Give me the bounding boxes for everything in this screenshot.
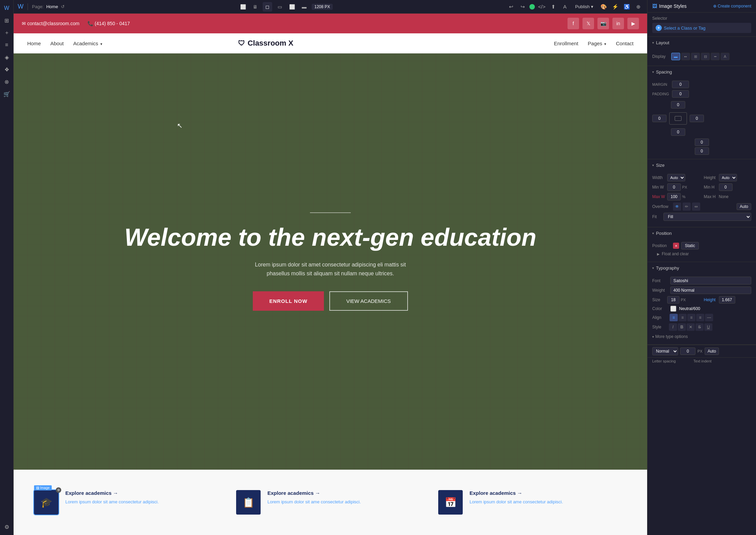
position-section-header[interactable]: ▾ Position (647, 227, 756, 239)
typo-size-input[interactable] (667, 296, 679, 304)
spacing-bottom-input[interactable] (671, 128, 685, 136)
create-component-btn[interactable]: ⊕ Create component (713, 4, 751, 9)
nav-link-contact[interactable]: Contact (616, 40, 634, 46)
style-strikethrough-btn[interactable]: S (695, 323, 704, 331)
letter-spacing-input[interactable] (680, 347, 695, 355)
size-section-header[interactable]: ▾ Size (647, 159, 756, 171)
feature-icon-2[interactable]: 📋 (236, 490, 261, 515)
align-right-btn[interactable]: ≡ (687, 314, 695, 321)
margin-input[interactable] (672, 81, 689, 88)
height-select[interactable]: AutoPX% (719, 174, 737, 181)
device-btn-mobile[interactable]: ▬ (299, 2, 309, 12)
weight-value[interactable]: 400 Normal (670, 287, 751, 294)
spacing-top-input[interactable] (671, 101, 685, 109)
page-edit-icon[interactable]: ↺ (61, 4, 65, 9)
toolbar-divider (28, 3, 28, 10)
sidebar-settings-icon[interactable]: ⚙ (1, 521, 12, 532)
social-instagram[interactable]: 📷 (597, 18, 609, 29)
sidebar-ecom-icon[interactable]: 🛒 (1, 88, 12, 99)
social-linkedin[interactable]: in (612, 18, 624, 29)
spacing-center-bottom[interactable] (695, 147, 709, 155)
fit-select[interactable]: FillContainCoverNone (663, 213, 751, 221)
sidebar-cms-icon[interactable]: ⊗ (1, 76, 12, 87)
width-select[interactable]: AutoPX% (667, 174, 685, 181)
font-value[interactable]: Satoshi (670, 277, 751, 285)
style-clear-btn[interactable]: ✕ (687, 323, 695, 331)
nav-link-academics[interactable]: Academics ▾ (73, 40, 102, 46)
font-btn[interactable]: A (560, 2, 570, 12)
device-btn-mobile-land[interactable]: ⬜ (287, 2, 297, 12)
overflow-scroll-btn[interactable]: ⇔ (692, 202, 700, 211)
social-youtube[interactable]: ▶ (627, 18, 639, 29)
align-left-btn[interactable]: ≡ (670, 314, 678, 321)
display-block-btn[interactable]: ▬ (671, 53, 680, 60)
style-underline-btn[interactable]: U (704, 323, 712, 331)
feature-icon-3[interactable]: 📅 (438, 490, 463, 515)
topbar-email: ✉ contact@classroom.com (22, 21, 79, 26)
overflow-auto[interactable]: Auto (737, 203, 751, 210)
overflow-visible-btn[interactable]: 👁 (673, 202, 681, 211)
align-none-btn[interactable]: — (705, 314, 713, 321)
typography-section-header[interactable]: ▾ Typography (647, 262, 756, 274)
feature-icon-1[interactable]: 🖼 Image ⚙ 🎓 (34, 490, 59, 515)
device-btn-tablet[interactable]: ▭ (275, 2, 284, 12)
normal-select[interactable]: NormalItalicOblique (652, 347, 678, 355)
display-text-btn[interactable]: A (721, 53, 729, 60)
style-italic-btn[interactable]: I (669, 323, 677, 331)
social-twitter[interactable]: 𝕏 (582, 18, 594, 29)
spacing-right-input[interactable] (690, 115, 704, 122)
padding-input[interactable] (672, 90, 689, 98)
layout-section-header[interactable]: ▾ Layout (647, 37, 756, 49)
position-x-btn[interactable]: ✕ (673, 243, 679, 249)
sidebar-pages-icon[interactable]: ⊞ (1, 15, 12, 26)
position-static[interactable]: Static (681, 242, 699, 249)
sidebar-add-icon[interactable]: ＋ (1, 27, 12, 38)
publish-button[interactable]: Publish ▾ (572, 3, 597, 11)
overflow-hidden-btn[interactable]: ✏ (683, 202, 691, 211)
align-center-btn[interactable]: ≡ (678, 314, 687, 321)
enroll-button[interactable]: ENROLL NOW (253, 291, 324, 311)
interactions-btn[interactable]: ⚡ (610, 2, 620, 12)
style-bold-btn[interactable]: B (678, 323, 686, 331)
max-w-input[interactable] (667, 193, 681, 200)
sidebar-nav-icon[interactable]: W (1, 3, 12, 14)
display-flex-btn[interactable]: ⊞ (691, 53, 700, 60)
size-content: Width AutoPX% Height AutoPX% Min W (647, 171, 756, 227)
sidebar-layers-icon[interactable]: ≡ (1, 39, 12, 50)
more-type-options[interactable]: ▾ More type options (652, 333, 751, 340)
redo-btn[interactable]: ↪ (518, 2, 527, 12)
nav-link-pages[interactable]: Pages ▾ (588, 40, 607, 46)
align-justify-btn[interactable]: ≡ (696, 314, 704, 321)
device-btn-desktop[interactable]: 🖥 (250, 2, 260, 12)
export-btn[interactable]: ⬆ (548, 2, 558, 12)
typo-height-input[interactable] (719, 296, 735, 304)
undo-btn[interactable]: ↩ (506, 2, 516, 12)
zoom-btn[interactable]: ⊕ (634, 2, 643, 12)
device-btn-desktop-small[interactable]: ◻ (263, 2, 272, 12)
panel-header-title: Image Styles (659, 3, 687, 9)
min-w-input[interactable] (667, 183, 681, 191)
styles-btn[interactable]: 🎨 (599, 2, 608, 12)
accessibility-btn[interactable]: ♿ (622, 2, 631, 12)
color-swatch[interactable] (670, 306, 676, 312)
view-academics-button[interactable]: VIEW ACADEMICS (329, 291, 408, 311)
social-facebook[interactable]: f (568, 18, 579, 29)
display-grid-btn[interactable]: ⊟ (701, 53, 710, 60)
device-btn-desktop-xl[interactable]: ⬜ (238, 2, 248, 12)
display-inline-btn[interactable]: ━ (711, 53, 720, 60)
main-area: W Page: Home ↺ ⬜ 🖥 ◻ ▭ ⬜ ▬ 1208 PX ↩ ↪ <… (14, 0, 647, 535)
sidebar-assets-icon[interactable]: ◈ (1, 52, 12, 63)
spacing-center-top[interactable] (695, 139, 709, 146)
text-auto[interactable]: Auto (705, 347, 719, 355)
selector-button[interactable]: + Select a Class or Tag (652, 23, 751, 33)
feature-icon-gear-1[interactable]: ⚙ (56, 487, 61, 493)
nav-link-about[interactable]: About (50, 40, 64, 46)
display-inline-block-btn[interactable]: ▪▪ (681, 53, 690, 60)
sidebar-components-icon[interactable]: ❖ (1, 64, 12, 75)
code-btn[interactable]: </> (537, 2, 546, 12)
nav-link-home[interactable]: Home (27, 40, 41, 46)
nav-link-enrollment[interactable]: Enrollment (554, 40, 578, 46)
min-h-input[interactable] (719, 183, 733, 191)
spacing-section-header[interactable]: ▾ Spacing (647, 66, 756, 78)
spacing-left-input[interactable] (652, 115, 667, 122)
